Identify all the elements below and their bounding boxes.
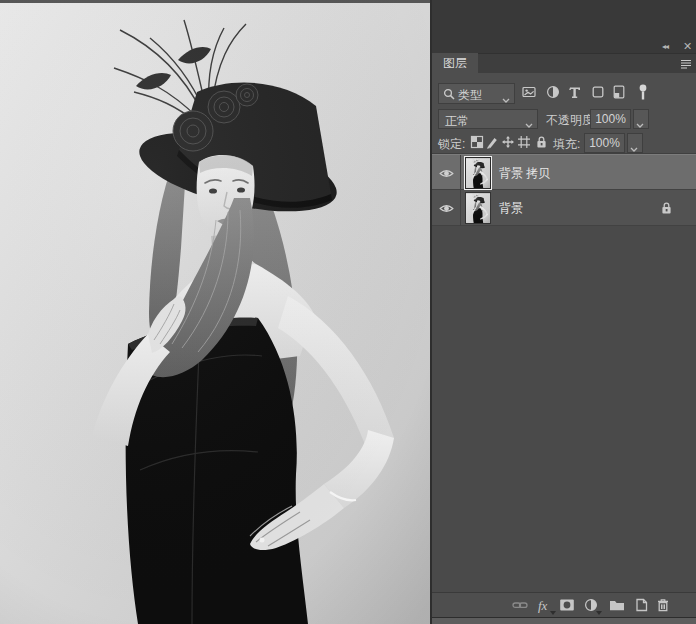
- lock-artboard-nesting-icon[interactable]: [517, 135, 531, 149]
- adjustment-menu-arrow: [596, 611, 602, 615]
- filter-type-label: 类型: [458, 87, 482, 104]
- panel-resize-edge[interactable]: [432, 617, 696, 624]
- fill-label: 填充:: [553, 136, 580, 153]
- lock-image-pixels-icon[interactable]: [485, 135, 499, 149]
- fx-menu-arrow: [550, 611, 556, 615]
- delete-layer-icon[interactable]: [656, 598, 672, 614]
- link-layers-icon[interactable]: [512, 598, 528, 614]
- smart-object-filter-icon[interactable]: [612, 85, 628, 101]
- photoshop-window: ◂◂ ✕ 图层 类型: [0, 0, 696, 624]
- visibility-toggle[interactable]: [432, 190, 461, 226]
- lock-transparent-pixels-icon[interactable]: [470, 135, 484, 149]
- layers-panel-footer: fx: [432, 592, 696, 617]
- lock-label: 锁定:: [438, 136, 465, 153]
- layers-list-empty-area[interactable]: [432, 226, 696, 592]
- tab-layers[interactable]: 图层: [432, 53, 478, 73]
- lock-all-icon[interactable]: [535, 135, 549, 149]
- new-group-icon[interactable]: [609, 598, 625, 614]
- layers-panel: ◂◂ ✕ 图层 类型: [430, 0, 696, 624]
- new-layer-icon[interactable]: [634, 598, 650, 614]
- layer-row-background[interactable]: 背景: [432, 190, 696, 226]
- eye-icon: [439, 203, 454, 214]
- layer-name[interactable]: 背景: [499, 190, 523, 226]
- layer-filter-toggle-icon[interactable]: [636, 83, 650, 103]
- opacity-dropdown-icon[interactable]: [633, 109, 649, 129]
- shape-layer-filter-icon[interactable]: [591, 85, 607, 101]
- layer-row-background-copy[interactable]: 背景 拷贝: [432, 154, 696, 190]
- layer-style-fx-icon[interactable]: fx: [538, 598, 554, 614]
- add-layer-mask-icon[interactable]: [559, 598, 575, 614]
- fx-label: fx: [538, 598, 547, 613]
- blend-mode-select[interactable]: 正常: [438, 109, 538, 129]
- close-panel-icon[interactable]: ✕: [683, 40, 695, 52]
- pixel-layer-filter-icon[interactable]: [522, 85, 538, 101]
- layer-thumbnail[interactable]: [465, 192, 491, 224]
- adjustment-layer-filter-icon[interactable]: [546, 85, 562, 101]
- panel-menu-icon[interactable]: [680, 58, 692, 68]
- collapse-panel-icon[interactable]: ◂◂: [662, 41, 678, 52]
- document-canvas[interactable]: [0, 0, 430, 624]
- layer-thumbnail[interactable]: [465, 157, 491, 189]
- visibility-toggle[interactable]: [432, 155, 461, 191]
- panel-dock-header: [432, 0, 696, 53]
- layer-filter-type-select[interactable]: 类型: [438, 83, 515, 104]
- eye-icon: [439, 168, 454, 179]
- lock-position-icon[interactable]: [501, 135, 515, 149]
- opacity-field[interactable]: 100%: [590, 109, 631, 129]
- locked-layer-icon: [660, 201, 673, 215]
- type-layer-filter-icon[interactable]: [568, 85, 584, 101]
- search-icon: [443, 88, 455, 100]
- fill-field[interactable]: 100%: [584, 133, 625, 153]
- fill-dropdown-icon[interactable]: [627, 133, 643, 153]
- layers-panel-content: 类型: [432, 73, 696, 617]
- portrait-photo: [0, 0, 430, 624]
- new-adjustment-layer-icon[interactable]: [584, 598, 600, 614]
- blend-mode-value: 正常: [445, 113, 469, 130]
- layer-name[interactable]: 背景 拷贝: [499, 155, 550, 191]
- chevron-down-icon: [502, 92, 510, 97]
- chevron-down-icon: [525, 117, 533, 122]
